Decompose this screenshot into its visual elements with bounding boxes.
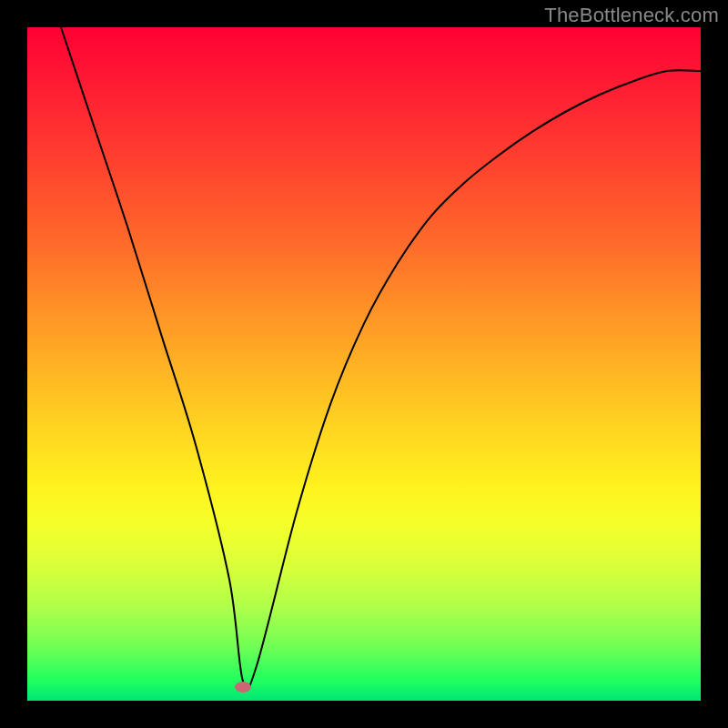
watermark-text: TheBottleneck.com — [544, 4, 719, 27]
plot-area — [27, 27, 701, 701]
curve-svg — [27, 27, 701, 701]
optimal-point-marker — [235, 682, 251, 693]
chart-frame: TheBottleneck.com — [0, 0, 728, 728]
bottleneck-curve — [61, 27, 701, 690]
